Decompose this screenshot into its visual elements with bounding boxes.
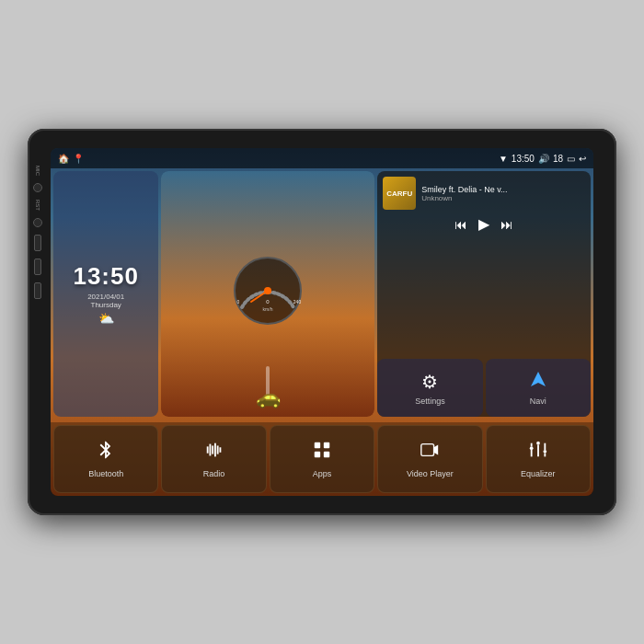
video-button[interactable]: Video Player [377,425,482,493]
settings-row: ⚙ Settings Navi [51,356,593,417]
equalizer-button[interactable]: Equalizer [486,425,591,493]
svg-point-26 [543,450,546,454]
svg-rect-18 [421,444,434,456]
svg-rect-11 [214,443,216,457]
weather-icon: ⛅ [98,311,114,326]
home-icon: 🏠 [58,154,69,164]
svg-point-21 [530,446,534,450]
settings-label: Settings [415,397,445,406]
apps-label: Apps [313,469,332,478]
music-artist: Unknown [421,194,585,202]
vol-down-button[interactable] [34,259,41,275]
screen: 🏠 📍 ▼ 13:50 🔊 18 ▭ ↩ 13:50 2021/04/01 Th… [51,148,593,496]
rst-label: RST [35,200,40,211]
status-left: 🏠 📍 [58,154,84,164]
navi-label: Navi [530,397,546,406]
radio-button[interactable]: Radio [161,425,266,493]
home-button[interactable] [33,218,42,227]
back-button[interactable] [34,235,41,251]
music-info: Smiley ft. Delia - Ne v... Unknown [421,185,585,202]
power-button[interactable] [33,183,42,192]
play-button[interactable]: ▶ [478,215,489,233]
video-label: Video Player [407,469,454,478]
svg-rect-14 [315,443,320,448]
mic-label: MIC [35,166,40,176]
music-title: Smiley ft. Delia - Ne v... [421,185,585,194]
status-volume: 18 [553,154,563,164]
status-right: ▼ 13:50 🔊 18 ▭ ↩ [499,154,586,164]
svg-rect-13 [219,447,221,453]
music-top: CARFU Smiley ft. Delia - Ne v... Unknown [383,177,585,210]
settings-widget[interactable]: ⚙ Settings [377,359,482,417]
svg-rect-9 [209,444,211,456]
svg-rect-8 [206,446,208,453]
equalizer-icon [528,440,548,466]
settings-icon: ⚙ [421,371,438,393]
svg-text:km/h: km/h [263,306,273,312]
location-icon: 📍 [73,154,84,164]
status-time: 13:50 [512,154,535,164]
speedometer: 0 0 240 km/h [231,254,305,328]
bluetooth-icon [96,440,116,466]
video-icon [420,440,440,466]
svg-rect-17 [324,452,329,457]
navi-widget[interactable]: Navi [486,359,591,417]
music-album-art: CARFU [383,177,416,210]
svg-point-2 [264,287,271,294]
music-controls: ⏮ ▶ ⏭ [383,215,585,233]
status-bar: 🏠 📍 ▼ 13:50 🔊 18 ▭ ↩ [51,148,593,168]
svg-text:240: 240 [293,299,302,305]
app-bar: Bluetooth Radio [51,422,593,496]
clock-time: 13:50 [73,262,139,291]
svg-point-24 [536,442,540,445]
radio-label: Radio [203,469,225,478]
back-icon: ↩ [579,154,586,164]
apps-button[interactable]: Apps [270,425,374,493]
bluetooth-label: Bluetooth [88,469,123,478]
svg-text:0: 0 [237,299,240,305]
car-head-unit: MIC RST 🏠 📍 ▼ 13:50 🔊 18 ▭ ↩ [28,129,616,515]
radio-icon [204,440,224,466]
wifi-icon: ▼ [499,154,508,164]
svg-rect-15 [324,443,329,448]
svg-rect-16 [315,452,320,457]
svg-marker-19 [434,445,439,455]
vol-up-button[interactable] [34,282,41,299]
svg-rect-12 [216,445,218,454]
svg-rect-10 [212,445,213,454]
equalizer-label: Equalizer [521,469,556,478]
svg-marker-7 [531,372,546,386]
volume-icon: 🔊 [538,154,549,164]
next-button[interactable]: ⏭ [500,217,513,232]
bluetooth-button[interactable]: Bluetooth [53,425,158,493]
clock-date: 2021/04/01 Thursday [87,293,124,309]
prev-button[interactable]: ⏮ [454,217,467,232]
side-controls: MIC RST [33,166,42,299]
navi-icon [529,370,547,393]
apps-icon [312,440,332,466]
empty-spacer [53,359,374,417]
battery-icon: ▭ [567,154,575,164]
